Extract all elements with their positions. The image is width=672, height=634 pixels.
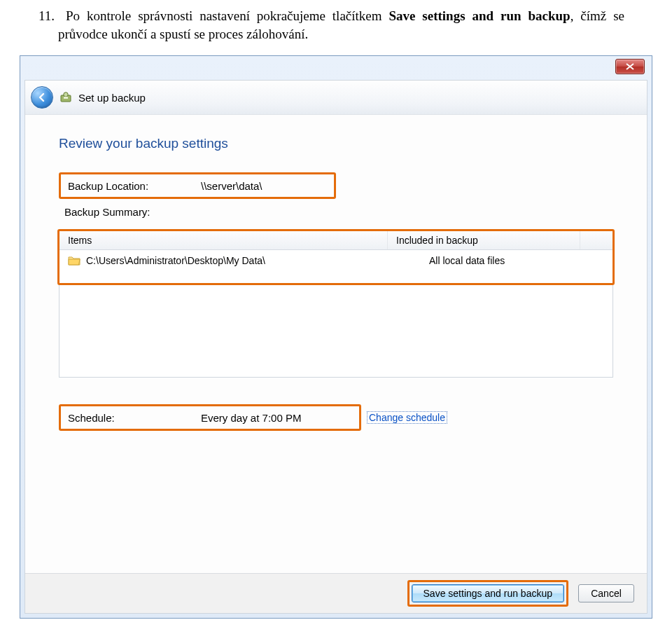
wizard-header: Set up backup	[25, 81, 647, 115]
save-run-backup-button[interactable]: Save settings and run backup	[412, 584, 564, 602]
summary-label: Backup Summary:	[64, 206, 613, 218]
svg-rect-2	[64, 97, 68, 99]
instruction-text: 11. Po kontrole správnosti nastavení pok…	[58, 7, 624, 43]
wizard-dialog: Set up backup Review your backup setting…	[24, 80, 648, 614]
window-frame: Set up backup Review your backup setting…	[20, 55, 652, 619]
schedule-label: Schedule:	[68, 412, 201, 424]
table-row: C:\Users\Administrator\Desktop\My Data\ …	[59, 250, 612, 270]
close-icon	[626, 63, 634, 70]
svg-point-1	[64, 92, 68, 97]
primary-highlight: Save settings and run backup	[407, 580, 568, 607]
location-value: \\server\data\	[201, 180, 262, 192]
schedule-value: Every day at 7:00 PM	[201, 412, 301, 424]
dialog-footer: Save settings and run backup Cancel	[25, 573, 647, 613]
instruction-bold: Save settings and run backup	[388, 8, 570, 23]
arrow-left-icon	[37, 92, 47, 102]
cancel-button[interactable]: Cancel	[578, 584, 634, 602]
column-items[interactable]: Items	[59, 231, 387, 249]
backup-location-row: Backup Location: \\server\data\	[59, 172, 336, 199]
wizard-title: Set up backup	[78, 92, 146, 104]
back-button[interactable]	[31, 86, 53, 109]
schedule-row: Schedule: Every day at 7:00 PM	[59, 404, 361, 431]
row-path: C:\Users\Administrator\Desktop\My Data\	[86, 255, 265, 266]
table-header-row: Items Included in backup	[59, 231, 612, 250]
column-included[interactable]: Included in backup	[387, 231, 580, 249]
page-heading: Review your backup settings	[59, 136, 613, 151]
step-number: 11.	[38, 8, 59, 23]
summary-table: Items Included in backup	[59, 230, 613, 378]
row-included: All local data files	[421, 251, 612, 270]
change-schedule-link[interactable]: Change schedule	[367, 411, 447, 424]
folder-icon	[68, 256, 80, 266]
instruction-before: Po kontrole správnosti nastavení pokraču…	[66, 8, 388, 23]
close-button[interactable]	[615, 59, 645, 74]
column-spacer	[580, 231, 612, 249]
wizard-icon	[59, 90, 73, 104]
location-label: Backup Location:	[68, 180, 201, 192]
